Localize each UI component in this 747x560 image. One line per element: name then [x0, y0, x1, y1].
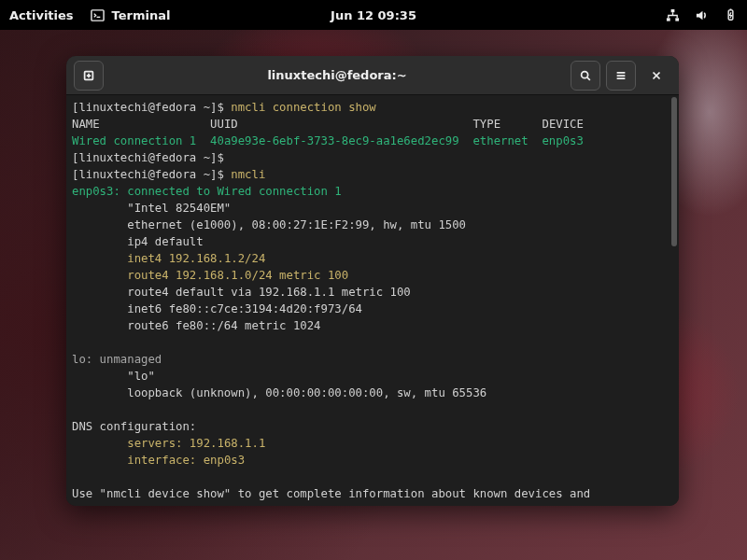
- col-name: NAME: [72, 118, 100, 131]
- output-line: route4 default via 192.168.1.1 metric 10…: [72, 286, 411, 299]
- network-icon[interactable]: [666, 8, 680, 22]
- output-line: DNS configuration:: [72, 420, 196, 433]
- output-line: ip4 default: [72, 235, 204, 248]
- volume-icon[interactable]: [695, 8, 709, 22]
- terminal-icon: [91, 8, 105, 22]
- output-line: interface: enp0s3: [127, 454, 245, 467]
- clock[interactable]: Jun 12 09:35: [331, 8, 416, 22]
- menu-button[interactable]: [606, 61, 636, 91]
- output-line: [72, 454, 127, 467]
- output-line: ethernet (e1000), 08:00:27:1E:F2:99, hw,…: [72, 218, 466, 231]
- output-line: loopback (unknown), 00:00:00:00:00:00, s…: [72, 386, 486, 399]
- titlebar: linuxtechi@fedora:~: [66, 56, 679, 95]
- app-menu-label: Terminal: [112, 8, 171, 22]
- conn-device: enp0s3: [542, 134, 583, 147]
- iface-header: lo: unmanaged: [72, 353, 162, 366]
- output-line: [72, 269, 127, 282]
- output-line: [72, 252, 127, 265]
- output-line: [72, 437, 127, 450]
- close-button[interactable]: [641, 61, 671, 91]
- svg-rect-3: [667, 18, 670, 21]
- app-menu-button[interactable]: Terminal: [91, 8, 171, 22]
- output-line: inet4 192.168.1.2/24: [127, 252, 265, 265]
- svg-line-11: [587, 77, 590, 79]
- svg-rect-4: [675, 18, 679, 21]
- output-line: route4 192.168.1.0/24 metric 100: [127, 269, 348, 282]
- output-line: "Intel 82540EM": [72, 202, 231, 215]
- conn-uuid: 40a9e93e-6ebf-3733-8ec9-aa1e6ed2ec99: [210, 134, 459, 147]
- terminal-content[interactable]: [linuxtechi@fedora ~]$ nmcli connection …: [66, 95, 669, 506]
- command-text: nmcli connection show: [231, 101, 375, 114]
- svg-rect-6: [730, 8, 732, 9]
- prompt: [linuxtechi@fedora ~]$: [72, 151, 231, 164]
- terminal-window: linuxtechi@fedora:~ [linuxtechi@fedora ~…: [66, 56, 679, 506]
- window-title: linuxtechi@fedora:~: [104, 68, 571, 82]
- svg-rect-2: [671, 8, 675, 11]
- scrollbar[interactable]: [669, 95, 679, 506]
- conn-type: ethernet: [472, 134, 528, 147]
- output-line: "lo": [72, 370, 155, 383]
- iface-header: enp0s3: connected to Wired connection 1: [72, 185, 342, 198]
- svg-rect-0: [92, 9, 104, 20]
- conn-name: Wired connection 1: [72, 134, 196, 147]
- output-line: servers: 192.168.1.1: [127, 437, 265, 450]
- col-uuid: UUID: [210, 118, 238, 131]
- power-icon[interactable]: [724, 8, 738, 22]
- prompt: [linuxtechi@fedora ~]$: [72, 101, 231, 114]
- command-text: nmcli: [231, 168, 265, 181]
- prompt: [linuxtechi@fedora ~]$: [72, 168, 231, 181]
- activities-button[interactable]: Activities: [9, 8, 74, 22]
- svg-point-10: [582, 71, 588, 77]
- gnome-topbar: Activities Terminal Jun 12 09:35: [0, 0, 747, 30]
- output-line: Use "nmcli device show" to get complete …: [72, 487, 590, 500]
- output-line: inet6 fe80::c7ce:3194:4d20:f973/64: [72, 302, 362, 315]
- scroll-thumb[interactable]: [671, 97, 677, 246]
- new-tab-button[interactable]: [74, 61, 104, 91]
- output-line: route6 fe80::/64 metric 1024: [72, 319, 321, 332]
- col-device: DEVICE: [542, 118, 583, 131]
- search-button[interactable]: [571, 61, 600, 91]
- col-type: TYPE: [472, 118, 500, 131]
